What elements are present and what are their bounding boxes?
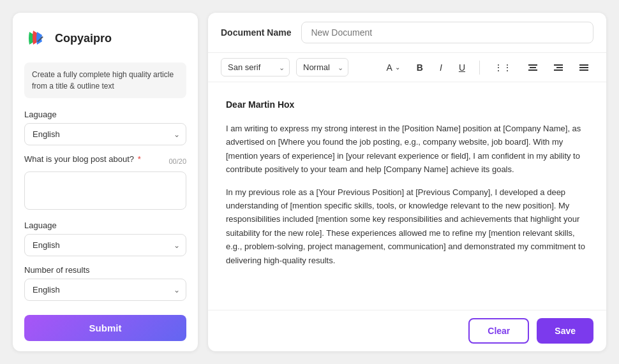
left-panel: Copyaipro Create a fully complete high q… xyxy=(13,13,198,351)
results-select-wrapper: English 1 2 3 ⌄ xyxy=(24,279,186,301)
bold-icon: B xyxy=(417,62,423,73)
font-size-select[interactable]: Normal Large Small xyxy=(296,58,348,76)
blog-post-field: What is your blog post about? * 00/20 xyxy=(24,154,186,212)
underline-button[interactable]: U xyxy=(454,59,470,76)
align-justify-icon xyxy=(579,64,588,71)
doc-paragraph-1: I am writing to express my strong intere… xyxy=(226,122,588,177)
right-panel: Document Name San serif Serif Monospace … xyxy=(208,13,606,351)
font-size-wrapper: Normal Large Small ⌄ xyxy=(296,58,348,76)
font-family-select[interactable]: San serif Serif Monospace xyxy=(221,58,290,76)
document-footer-actions: Clear Save xyxy=(208,310,606,351)
toolbar: San serif Serif Monospace ⌄ Normal Large… xyxy=(208,53,606,82)
italic-icon: I xyxy=(440,62,442,73)
form-section: Laguage English Spanish French ⌄ What is… xyxy=(24,110,186,341)
italic-button[interactable]: I xyxy=(435,59,447,76)
description-text: Create a fully complete high quality art… xyxy=(32,70,174,91)
doc-paragraph-2: In my previous role as a [Your Previous … xyxy=(226,186,588,268)
app-name: Copyaipro xyxy=(55,32,112,45)
language-label-2: Laguage xyxy=(24,221,186,230)
language-select-wrapper-1: English Spanish French ⌄ xyxy=(24,123,186,145)
align-justify-button[interactable] xyxy=(574,61,593,74)
save-button[interactable]: Save xyxy=(537,318,593,344)
logo-icon xyxy=(24,25,50,51)
underline-icon: U xyxy=(459,62,465,73)
char-count: 00/20 xyxy=(168,157,186,165)
logo-area: Copyaipro xyxy=(24,25,186,51)
description-box: Create a fully complete high quality art… xyxy=(24,62,186,98)
language-select-2[interactable]: English Spanish French xyxy=(24,234,186,256)
doc-name-label: Document Name xyxy=(221,27,291,38)
language-select-wrapper-2: English Spanish French ⌄ xyxy=(24,234,186,256)
submit-button[interactable]: Submit xyxy=(24,315,186,341)
blog-post-label: What is your blog post about? * xyxy=(24,154,141,164)
results-label: Number of results xyxy=(24,265,186,275)
align-center-icon xyxy=(528,64,537,71)
toolbar-divider xyxy=(479,61,480,75)
align-right-icon xyxy=(554,64,563,71)
font-size-button[interactable]: A ⌄ xyxy=(382,59,405,76)
clear-button[interactable]: Clear xyxy=(468,318,529,344)
align-left-button[interactable]: ⋮⋮ xyxy=(489,59,517,76)
align-center-button[interactable] xyxy=(523,61,542,74)
document-content: Dear Martin Hox I am writing to express … xyxy=(208,82,606,310)
required-marker: * xyxy=(138,154,141,164)
align-right-button[interactable] xyxy=(549,61,568,74)
doc-name-input[interactable] xyxy=(301,22,593,43)
language-label-1: Laguage xyxy=(24,110,186,119)
language-select-1[interactable]: English Spanish French xyxy=(24,123,186,145)
blog-post-header: What is your blog post about? * 00/20 xyxy=(24,154,186,168)
align-left-icon: ⋮⋮ xyxy=(494,62,512,73)
font-size-dropdown-icon: ⌄ xyxy=(395,64,400,71)
blog-post-textarea[interactable] xyxy=(24,171,186,210)
language-field-1: Laguage English Spanish French ⌄ xyxy=(24,110,186,145)
language-field-2: Laguage English Spanish French ⌄ xyxy=(24,221,186,256)
app-container: Copyaipro Create a fully complete high q… xyxy=(0,0,619,364)
font-family-wrapper: San serif Serif Monospace ⌄ xyxy=(221,58,290,76)
font-size-icon: A xyxy=(387,62,392,73)
bold-button[interactable]: B xyxy=(412,59,428,76)
results-select[interactable]: English 1 2 3 xyxy=(24,279,186,301)
document-header: Document Name xyxy=(208,13,606,53)
doc-greeting: Dear Martin Hox xyxy=(226,98,588,113)
results-field: Number of results English 1 2 3 ⌄ xyxy=(24,265,186,301)
